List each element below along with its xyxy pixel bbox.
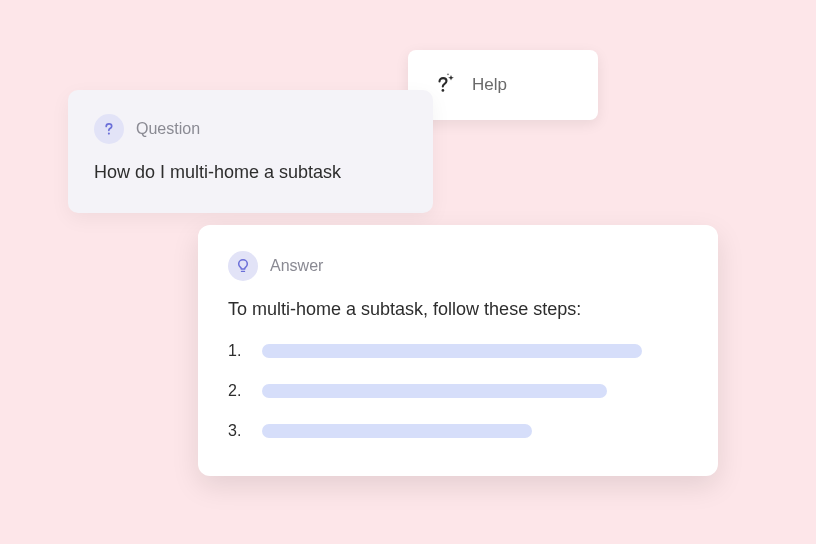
help-chip[interactable]: Help <box>408 50 598 120</box>
answer-intro: To multi-home a subtask, follow these st… <box>228 299 688 320</box>
answer-steps: 1. 2. 3. <box>228 342 688 440</box>
answer-step: 1. <box>228 342 688 360</box>
answer-label: Answer <box>270 257 323 275</box>
answer-header: Answer <box>228 251 688 281</box>
step-placeholder <box>262 424 532 438</box>
lightbulb-icon <box>228 251 258 281</box>
step-placeholder <box>262 344 642 358</box>
sparkle-question-icon <box>430 71 458 99</box>
help-label: Help <box>472 75 507 95</box>
svg-point-0 <box>442 89 445 92</box>
question-icon <box>94 114 124 144</box>
question-header: Question <box>94 114 407 144</box>
svg-point-1 <box>108 133 110 135</box>
question-label: Question <box>136 120 200 138</box>
answer-step: 2. <box>228 382 688 400</box>
step-number: 3. <box>228 422 246 440</box>
step-number: 1. <box>228 342 246 360</box>
answer-step: 3. <box>228 422 688 440</box>
step-number: 2. <box>228 382 246 400</box>
question-text: How do I multi-home a subtask <box>94 162 407 183</box>
question-card: Question How do I multi-home a subtask <box>68 90 433 213</box>
answer-card: Answer To multi-home a subtask, follow t… <box>198 225 718 476</box>
step-placeholder <box>262 384 607 398</box>
